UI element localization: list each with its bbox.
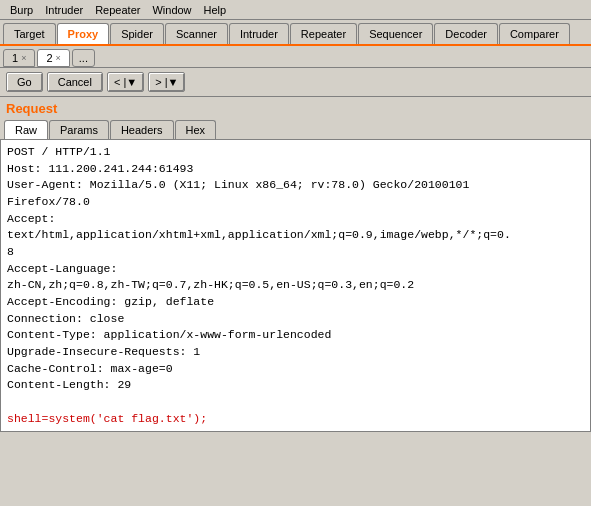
request-line: Firefox/78.0 <box>7 194 584 211</box>
menu-window[interactable]: Window <box>146 2 197 18</box>
tab-headers[interactable]: Headers <box>110 120 174 139</box>
tab-hex[interactable]: Hex <box>175 120 217 139</box>
tab-intruder[interactable]: Intruder <box>229 23 289 44</box>
sub-tab-2[interactable]: 2 × <box>37 49 69 67</box>
request-line: User-Agent: Mozilla/5.0 (X11; Linux x86_… <box>7 177 584 194</box>
request-line: 8 <box>7 244 584 261</box>
request-line: POST / HTTP/1.1 <box>7 144 584 161</box>
sub-tab-more[interactable]: ... <box>72 49 95 67</box>
close-tab-1-icon[interactable]: × <box>21 53 26 63</box>
menu-bar: Burp Intruder Repeater Window Help <box>0 0 591 20</box>
sub-tab-bar: 1 × 2 × ... <box>0 46 591 68</box>
request-line: Content-Length: 29 <box>7 377 584 394</box>
menu-intruder[interactable]: Intruder <box>39 2 89 18</box>
back-button[interactable]: < |▼ <box>107 72 144 92</box>
forward-button[interactable]: > |▼ <box>148 72 185 92</box>
request-line: Upgrade-Insecure-Requests: 1 <box>7 344 584 361</box>
tab-decoder[interactable]: Decoder <box>434 23 498 44</box>
request-line: shell=system('cat flag.txt'); <box>7 411 584 428</box>
tab-params[interactable]: Params <box>49 120 109 139</box>
tab-target[interactable]: Target <box>3 23 56 44</box>
cancel-button[interactable]: Cancel <box>47 72 103 92</box>
forward-icon: > |▼ <box>155 76 178 88</box>
request-line: Host: 111.200.241.244:61493 <box>7 161 584 178</box>
request-label: Request <box>0 97 591 118</box>
sub-tab-1[interactable]: 1 × <box>3 49 35 67</box>
tab-repeater[interactable]: Repeater <box>290 23 357 44</box>
tab-spider[interactable]: Spider <box>110 23 164 44</box>
request-line: Accept: <box>7 211 584 228</box>
tab-raw[interactable]: Raw <box>4 120 48 139</box>
request-line: Content-Type: application/x-www-form-url… <box>7 327 584 344</box>
request-line: Connection: close <box>7 311 584 328</box>
toolbar: Go Cancel < |▼ > |▼ <box>0 68 591 97</box>
request-line: zh-CN,zh;q=0.8,zh-TW;q=0.7,zh-HK;q=0.5,e… <box>7 277 584 294</box>
inner-tab-bar: Raw Params Headers Hex <box>0 118 591 140</box>
request-line <box>7 394 584 411</box>
tab-proxy[interactable]: Proxy <box>57 23 110 44</box>
close-tab-2-icon[interactable]: × <box>56 53 61 63</box>
go-button[interactable]: Go <box>6 72 43 92</box>
tab-scanner[interactable]: Scanner <box>165 23 228 44</box>
request-line: Cache-Control: max-age=0 <box>7 361 584 378</box>
main-tab-bar: Target Proxy Spider Scanner Intruder Rep… <box>0 20 591 46</box>
menu-repeater[interactable]: Repeater <box>89 2 146 18</box>
request-body-wrapper: POST / HTTP/1.1Host: 111.200.241.244:614… <box>0 140 591 432</box>
request-line: Accept-Encoding: gzip, deflate <box>7 294 584 311</box>
tab-sequencer[interactable]: Sequencer <box>358 23 433 44</box>
menu-help[interactable]: Help <box>198 2 233 18</box>
request-line: text/html,application/xhtml+xml,applicat… <box>7 227 584 244</box>
back-icon: < |▼ <box>114 76 137 88</box>
tab-comparer[interactable]: Comparer <box>499 23 570 44</box>
request-line: Accept-Language: <box>7 261 584 278</box>
request-body[interactable]: POST / HTTP/1.1Host: 111.200.241.244:614… <box>0 140 591 432</box>
menu-burp[interactable]: Burp <box>4 2 39 18</box>
